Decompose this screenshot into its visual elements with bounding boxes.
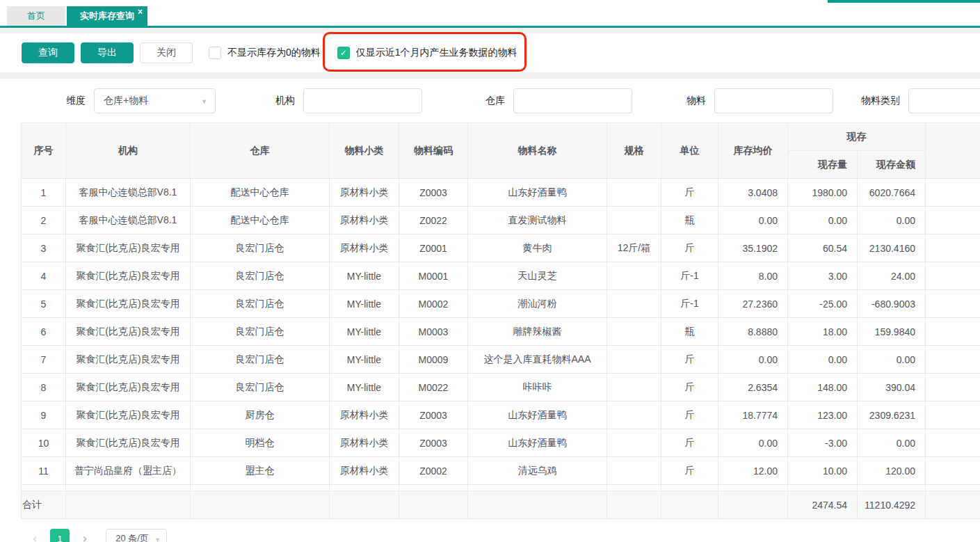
cell-qty: -3.00 [788,429,858,457]
cell-blank [926,401,980,429]
cell-code: Z0003 [399,179,468,207]
cell-code: M0002 [399,290,468,318]
cell-org: 客服中心连锁总部V8.1 [66,179,191,207]
cell-name: 清远乌鸡 [468,457,607,485]
cell-amount: 0.00 [858,429,926,457]
dimension-filter: 维度 仓库+物料 ▼ [66,88,216,113]
header-subclass: 物料小类 [330,123,399,179]
cell-blank [926,262,980,290]
cell-seq: 7 [22,346,66,374]
close-button[interactable]: 关闭 [140,42,193,63]
dimension-select[interactable]: 仓库+物料 ▼ [94,88,216,113]
top-right-teal-strip [828,0,980,3]
table-row[interactable]: 7聚食汇(比克店)良宏专用良宏门店仓MY-littleM0009这个是入库直耗物… [22,346,980,374]
page-size-select[interactable]: 20 条/页 ▼ [106,529,167,542]
tab-home-label: 首页 [27,10,45,22]
material-input[interactable] [714,88,833,113]
cell-avg-price: 27.2360 [718,290,788,318]
cell-avg-price: 12.00 [718,457,788,485]
cell-spec [607,179,661,207]
cell-unit: 斤-1 [661,290,718,318]
next-page-icon[interactable]: › [78,532,92,542]
cell-spec [607,429,661,457]
cell-blank [926,290,980,318]
cell-blank [926,374,980,401]
table-row[interactable]: 8聚食汇(比克店)良宏专用良宏门店仓MY-littleM0022咔咔咔斤2.63… [22,374,980,401]
cell-blank [926,457,980,485]
cell-warehouse: 良宏门店仓 [191,346,330,374]
material-category-input[interactable] [908,88,980,113]
header-org: 机构 [66,123,191,179]
cell-qty: 60.54 [788,234,858,262]
cell-name: 山东好酒量鸭 [468,429,607,457]
cell-qty: 0.00 [788,346,858,374]
recent-activity-checkbox-group: ✓ 仅显示近1个月内产生业务数据的物料 [337,47,517,59]
cell-blank [926,346,980,374]
hide-zero-stock-checkbox[interactable] [209,47,221,59]
cell-warehouse: 配送中心仓库 [191,179,330,207]
cell-subclass: 原材料小类 [330,457,399,485]
header-unit: 单位 [661,123,718,179]
cell-unit: 斤 [661,374,718,401]
cell-unit: 斤 [661,234,718,262]
cell-name: 山东好酒量鸭 [468,401,607,429]
cell-org: 聚食汇(比克店)良宏专用 [66,290,191,318]
cell-unit: 斤 [661,429,718,457]
cell-subclass: 原材料小类 [330,429,399,457]
tab-home[interactable]: 首页 [7,6,65,26]
export-button[interactable]: 导出 [81,42,134,63]
total-qty: 2474.54 [788,491,858,519]
cell-warehouse: 厨房仓 [191,401,330,429]
cell-seq: 9 [22,401,66,429]
cell-avg-price: 35.1902 [718,234,788,262]
cell-subclass: MY-little [330,318,399,346]
recent-activity-label: 仅显示近1个月内产生业务数据的物料 [356,47,517,59]
cell-org: 聚食汇(比克店)良宏专用 [66,262,191,290]
cell-amount: 159.9840 [858,318,926,346]
cell-seq: 10 [22,429,66,457]
cell-spec [607,318,661,346]
org-input[interactable] [303,88,422,113]
prev-page-icon[interactable]: ‹ [28,532,42,542]
cell-subclass: MY-little [330,290,399,318]
cell-name: 天山灵芝 [468,262,607,290]
cell-amount: 0.00 [858,207,926,234]
tab-realtime-inventory[interactable]: 实时库存查询 × [67,6,147,26]
cell-org: 聚食汇(比克店)良宏专用 [66,318,191,346]
warehouse-input[interactable] [513,88,632,113]
cell-qty: 148.00 [788,374,858,401]
table-row[interactable]: 11普宁尚品皇府（盟主店）盟主仓原材料小类Z0002清远乌鸡斤12.0010.0… [22,457,980,485]
cell-seq: 1 [22,179,66,207]
cell-code: M0022 [399,374,468,401]
query-button[interactable]: 查询 [22,42,74,63]
header-amount: 现存金额 [858,151,926,179]
org-filter: 机构 [275,88,422,113]
recent-activity-checkbox[interactable]: ✓ [337,47,350,59]
cell-seq: 8 [22,374,66,401]
cell-spec [607,401,661,429]
page-1-button[interactable]: 1 [50,529,70,542]
table-row[interactable]: 3聚食汇(比克店)良宏专用良宏门店仓原材料小类Z0001黄牛肉12斤/箱斤35.… [22,234,980,262]
cell-spec [607,262,661,290]
material-label: 物料 [686,95,706,107]
cell-amount: 6020.7664 [858,179,926,207]
table-row[interactable]: 9聚食汇(比克店)良宏专用厨房仓原材料小类Z0003山东好酒量鸭斤18.7774… [22,401,980,429]
cell-warehouse: 良宏门店仓 [191,234,330,262]
table-row[interactable]: 10聚食汇(比克店)良宏专用明档仓原材料小类Z0003山东好酒量鸭斤0.00-3… [22,429,980,457]
cell-org: 聚食汇(比克店)良宏专用 [66,234,191,262]
table-row[interactable]: 1客服中心连锁总部V8.1配送中心仓库原材料小类Z0003山东好酒量鸭斤3.04… [22,179,980,207]
chevron-down-icon: ▼ [201,98,207,105]
tab-close-icon[interactable]: × [138,8,143,16]
table-row[interactable]: 6聚食汇(比克店)良宏专用良宏门店仓MY-littleM0003雕牌辣椒酱瓶8.… [22,318,980,346]
header-avg-price: 库存均价 [718,123,788,179]
cell-name: 直发测试物料 [468,207,607,234]
partial-row-sliver [22,485,980,491]
table-row[interactable]: 2客服中心连锁总部V8.1配送中心仓库原材料小类Z0022直发测试物料瓶0.00… [22,207,980,234]
table-row[interactable]: 4聚食汇(比克店)良宏专用良宏门店仓MY-littleM0001天山灵芝斤-18… [22,262,980,290]
tab-bar: 首页 实时库存查询 × [0,0,980,26]
cell-seq: 2 [22,207,66,234]
toolbar: 查询 导出 关闭 不显示库存为0的物料 ✓ 仅显示近1个月内产生业务数据的物料 [0,33,980,72]
cell-warehouse: 明档仓 [191,429,330,457]
table-row[interactable]: 5聚食汇(比克店)良宏专用良宏门店仓MY-littleM0002潮汕河粉斤-12… [22,290,980,318]
cell-subclass: MY-little [330,262,399,290]
